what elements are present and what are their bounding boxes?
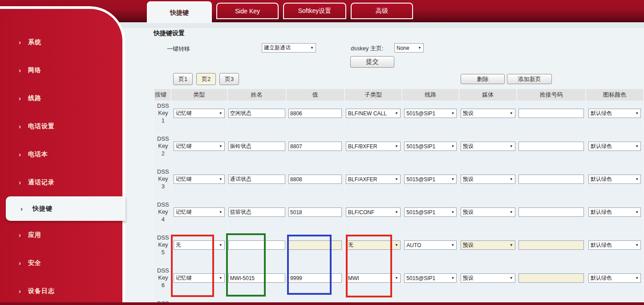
delete-button[interactable]: 删除 bbox=[461, 74, 505, 84]
col-header: 媒体 bbox=[459, 89, 516, 101]
dropdown-arrow-icon: ▼ bbox=[219, 276, 223, 280]
dsskey-subtype-select[interactable]: BLF/AXFER▼ bbox=[346, 175, 401, 184]
dsskey-media-select[interactable]: 预设▼ bbox=[461, 175, 515, 184]
page-button-1[interactable]: 页1 bbox=[173, 73, 193, 85]
sidebar-item-phonebook[interactable]: ›电话本 bbox=[0, 140, 122, 168]
sidebar-item-label: 电话设置 bbox=[28, 122, 55, 130]
dsskey-value-input[interactable] bbox=[288, 175, 342, 184]
tab-side-key[interactable]: Side Key bbox=[216, 3, 279, 19]
tab-softkey-settings[interactable]: Softkey设置 bbox=[283, 3, 346, 19]
submit-button[interactable]: 提交 bbox=[350, 56, 394, 68]
sidebar-item-network[interactable]: ›网络 bbox=[0, 56, 122, 84]
dsskey-type-select[interactable]: 记忆键▼ bbox=[174, 207, 225, 217]
tab-advanced[interactable]: 高级 bbox=[351, 3, 413, 19]
dsskey-cell bbox=[517, 134, 585, 167]
dsskey-subtype-select[interactable]: BLF/NEW CALL▼ bbox=[346, 109, 401, 118]
dsskey-home-select[interactable]: None ▼ bbox=[394, 43, 424, 53]
sidebar-item-label: 应用 bbox=[28, 231, 41, 239]
dsskey-cell: 记忆键▼ bbox=[171, 102, 227, 134]
dropdown-arrow-icon: ▼ bbox=[510, 177, 513, 181]
dsskey-value-input[interactable] bbox=[288, 207, 342, 217]
dsskey-line-select[interactable]: 5015@SIP1▼ bbox=[404, 273, 457, 283]
dsskey-name-input[interactable] bbox=[228, 207, 285, 217]
sidebar-item-device-log[interactable]: ›设备日志 bbox=[0, 277, 122, 305]
tab-function-key[interactable]: 快捷键 bbox=[147, 1, 212, 23]
dsskey-cell: 记忆键▼ bbox=[171, 134, 227, 167]
dsskey-row: DSS Key 4记忆键▼BLF/CONF▼5015@SIP1▼预设▼默认绿色▼ bbox=[154, 200, 643, 232]
dsskey-cell bbox=[228, 200, 286, 232]
dsskey-icon-color-select[interactable]: 默认绿色▼ bbox=[588, 240, 641, 250]
sidebar-item-application[interactable]: ›应用 bbox=[0, 221, 122, 249]
sidebar-item-system[interactable]: ›系统 bbox=[0, 28, 122, 56]
dsskey-media-select[interactable]: 预设▼ bbox=[461, 240, 515, 250]
dsskey-subtype-select[interactable]: BLF/CONF▼ bbox=[346, 207, 401, 217]
dsskey-subtype-select[interactable]: BLF/BXFER▼ bbox=[346, 142, 401, 151]
dsskey-pickup-input[interactable] bbox=[518, 273, 584, 283]
dsskey-icon-color-select-value: 默认绿色 bbox=[591, 110, 612, 117]
dropdown-arrow-icon: ▼ bbox=[418, 46, 421, 50]
col-header: 抢接号码 bbox=[517, 89, 585, 101]
dsskey-name-input[interactable] bbox=[228, 175, 285, 184]
dsskey-icon-color-select[interactable]: 默认绿色▼ bbox=[588, 273, 641, 283]
dsskey-line-select[interactable]: 5015@SIP1▼ bbox=[404, 142, 457, 151]
sidebar-item-security[interactable]: ›安全 bbox=[0, 249, 122, 277]
dropdown-arrow-icon: ▼ bbox=[451, 243, 454, 247]
page-button-3[interactable]: 页3 bbox=[219, 73, 239, 85]
add-page-button[interactable]: 添加新页 bbox=[507, 74, 552, 84]
sidebar: ›系统›网络›线路›电话设置›电话本›通话记录›快捷键›应用›安全›设备日志 bbox=[0, 6, 125, 302]
dsskey-media-select[interactable]: 预设▼ bbox=[461, 109, 515, 118]
sidebar-item-phone-settings[interactable]: ›电话设置 bbox=[0, 112, 122, 140]
dsskey-type-select-value: 记忆键 bbox=[176, 142, 192, 150]
dsskey-type-select-value: 记忆键 bbox=[176, 208, 192, 216]
page-button-2[interactable]: 页2 bbox=[196, 73, 216, 85]
dsskey-media-select-value: 预设 bbox=[463, 241, 474, 249]
dsskey-media-select-value: 预设 bbox=[463, 110, 474, 117]
sidebar-item-function-key[interactable]: ›快捷键 bbox=[6, 196, 126, 221]
dsskey-line-select[interactable]: 5015@SIP1▼ bbox=[404, 175, 457, 184]
dsskey-line-select[interactable]: AUTO▼ bbox=[404, 240, 457, 250]
annotation-box-name-column-rows-6-8 bbox=[226, 233, 266, 297]
col-header: 图标颜色 bbox=[586, 89, 643, 101]
dsskey-type-select[interactable]: 记忆键▼ bbox=[174, 109, 225, 118]
dsskey-icon-color-select[interactable]: 默认绿色▼ bbox=[588, 207, 641, 217]
dsskey-home-value: None bbox=[397, 45, 409, 51]
sidebar-item-label: 快捷键 bbox=[32, 205, 53, 213]
dsskey-name-input[interactable] bbox=[228, 109, 285, 118]
dropdown-arrow-icon: ▼ bbox=[635, 243, 639, 247]
dsskey-type-select[interactable]: 记忆键▼ bbox=[174, 175, 225, 184]
dsskey-pickup-input[interactable] bbox=[518, 175, 584, 184]
chevron-right-icon: › bbox=[19, 232, 21, 238]
dropdown-arrow-icon: ▼ bbox=[219, 144, 223, 148]
dsskey-value-input[interactable] bbox=[288, 109, 342, 118]
dsskey-label: DSS Key 2 bbox=[154, 134, 170, 167]
sidebar-item-line[interactable]: ›线路 bbox=[0, 84, 122, 112]
dsskey-icon-color-select[interactable]: 默认绿色▼ bbox=[588, 109, 641, 118]
dsskey-media-select[interactable]: 预设▼ bbox=[461, 142, 515, 151]
dsskey-pickup-input[interactable] bbox=[518, 207, 584, 217]
dsskey-icon-color-select[interactable]: 默认绿色▼ bbox=[588, 142, 641, 151]
sidebar-item-call-log[interactable]: ›通话记录 bbox=[0, 168, 122, 196]
sidebar-item-label: 安全 bbox=[28, 259, 41, 267]
dsskey-media-select-value: 预设 bbox=[463, 274, 474, 282]
dsskey-line-select[interactable]: 5015@SIP1▼ bbox=[404, 207, 457, 217]
dsskey-line-select[interactable]: 5015@SIP1▼ bbox=[404, 109, 457, 118]
dsskey-pickup-input[interactable] bbox=[518, 142, 584, 151]
dropdown-arrow-icon: ▼ bbox=[219, 210, 223, 214]
one-key-transfer-label: 一键转移 bbox=[167, 45, 190, 53]
dsskey-value-input[interactable] bbox=[288, 142, 342, 151]
dsskey-pickup-input[interactable] bbox=[518, 109, 584, 118]
col-header: 线路 bbox=[402, 89, 458, 101]
dsskey-media-select[interactable]: 预设▼ bbox=[461, 207, 515, 217]
page: 快捷键Side KeySoftkey设置高级 ›系统›网络›线路›电话设置›电话… bbox=[0, 0, 644, 305]
dsskey-cell: 记忆键▼ bbox=[171, 200, 227, 232]
dropdown-arrow-icon: ▼ bbox=[635, 177, 639, 181]
dsskey-type-select[interactable]: 记忆键▼ bbox=[174, 142, 225, 151]
dsskey-icon-color-select[interactable]: 默认绿色▼ bbox=[588, 175, 641, 184]
dsskey-pickup-input[interactable] bbox=[518, 240, 584, 250]
one-key-transfer-select[interactable]: 建立新通话 ▼ bbox=[262, 43, 316, 53]
dsskey-name-input[interactable] bbox=[228, 142, 285, 151]
dsskey-cell: AUTO▼ bbox=[402, 233, 458, 265]
dropdown-arrow-icon: ▼ bbox=[395, 243, 398, 247]
dsskey-label: DSS Key 6 bbox=[154, 266, 170, 298]
dsskey-media-select[interactable]: 预设▼ bbox=[461, 273, 515, 283]
